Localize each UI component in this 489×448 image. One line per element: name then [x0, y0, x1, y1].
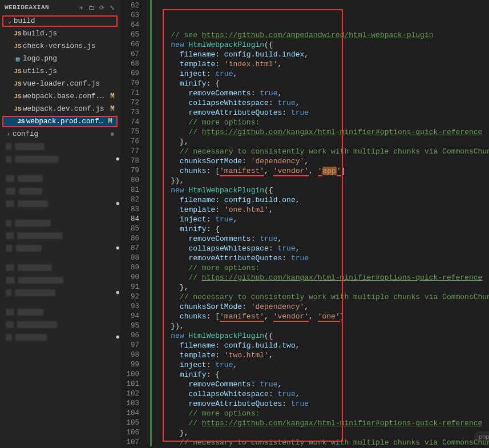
code-line[interactable]: removeAttributeQuotes: true	[153, 253, 489, 263]
code-line[interactable]: // more options:	[153, 409, 489, 418]
line-number[interactable]: 105	[120, 418, 149, 428]
code-line[interactable]: new HtmlWebpackPlugin({	[153, 185, 489, 195]
line-number[interactable]: 92	[120, 292, 149, 302]
line-number[interactable]: 77	[120, 147, 149, 156]
line-number[interactable]: 87	[120, 244, 149, 253]
code-line[interactable]: // more options:	[153, 263, 489, 273]
line-number[interactable]: 104	[120, 409, 149, 418]
code-line[interactable]: template: 'index.html',	[153, 59, 489, 69]
code-line[interactable]: // https://github.com/kangax/html-minifi…	[153, 418, 489, 428]
line-number[interactable]: 95	[120, 321, 149, 331]
code-line[interactable]: removeAttributeQuotes: true	[153, 399, 489, 409]
refresh-icon[interactable]: ⟳	[97, 4, 107, 11]
code-line[interactable]: // more options:	[153, 118, 489, 127]
line-number[interactable]: 70	[120, 79, 149, 88]
code-line[interactable]: removeComments: true,	[153, 380, 489, 389]
line-number[interactable]: 99	[120, 360, 149, 370]
code-line[interactable]: minify: {	[153, 224, 489, 234]
line-number[interactable]: 88	[120, 253, 149, 263]
code-line[interactable]: },	[153, 428, 489, 438]
line-number[interactable]: 65	[120, 30, 149, 40]
code-line[interactable]: removeAttributeQuotes: true	[153, 108, 489, 118]
file-build.js[interactable]: JSbuild.js	[0, 27, 120, 40]
line-number[interactable]: 67	[120, 50, 149, 59]
line-number[interactable]: 62	[120, 1, 149, 11]
file-webpack.prod.conf.js[interactable]: JSwebpack.prod.conf.jsM	[2, 116, 118, 127]
line-number[interactable]: 107	[120, 438, 149, 447]
code-line[interactable]: filename: config.build.two,	[153, 341, 489, 350]
code-line[interactable]: inject: true,	[153, 360, 489, 370]
code-line[interactable]: minify: {	[153, 370, 489, 380]
file-vue-loader.conf.js[interactable]: JSvue-loader.conf.js	[0, 78, 120, 90]
file-webpack.dev.conf.js[interactable]: JSwebpack.dev.conf.jsM	[0, 103, 120, 115]
line-number[interactable]: 79	[120, 166, 149, 176]
code-line[interactable]: collapseWhitespace: true,	[153, 98, 489, 108]
code-area[interactable]: // see https://github.com/ampedandwired/…	[153, 0, 489, 448]
code-line[interactable]: minify: {	[153, 79, 489, 88]
line-number[interactable]: 63	[120, 11, 149, 21]
line-number[interactable]: 86	[120, 234, 149, 244]
file-webpack.base.conf.js[interactable]: JSwebpack.base.conf.jsM	[0, 90, 120, 103]
code-line[interactable]: chunksSortMode: 'dependency',	[153, 302, 489, 312]
line-number[interactable]: 91	[120, 282, 149, 292]
line-number[interactable]: 74	[120, 118, 149, 127]
code-line[interactable]: new HtmlWebpackPlugin({	[153, 331, 489, 341]
line-number[interactable]: 101	[120, 380, 149, 389]
line-number[interactable]: 69	[120, 69, 149, 79]
code-line[interactable]: // see https://github.com/ampedandwired/…	[153, 30, 489, 40]
line-number[interactable]: 103	[120, 399, 149, 409]
code-line[interactable]: inject: true,	[153, 69, 489, 79]
line-number[interactable]: 83	[120, 205, 149, 215]
line-number[interactable]: 80	[120, 176, 149, 185]
code-line[interactable]: chunks: ['manifest', 'vendor', 'app']	[153, 166, 489, 176]
new-file-icon[interactable]: ＋	[76, 3, 87, 12]
line-number[interactable]: 78	[120, 156, 149, 166]
code-line[interactable]: },	[153, 282, 489, 292]
code-line[interactable]: }),	[153, 176, 489, 185]
code-line[interactable]: // https://github.com/kangax/html-minifi…	[153, 273, 489, 282]
line-number[interactable]: 73	[120, 108, 149, 118]
line-number[interactable]: 98	[120, 350, 149, 360]
code-line[interactable]: collapseWhitespace: true,	[153, 244, 489, 253]
code-line[interactable]: // necessary to consistently work with m…	[153, 438, 489, 447]
folder-config[interactable]: ›config●	[0, 128, 120, 140]
line-number[interactable]: 93	[120, 302, 149, 312]
line-number[interactable]: 106	[120, 428, 149, 438]
code-line[interactable]: }),	[153, 321, 489, 331]
code-line[interactable]: // necessary to consistently work with m…	[153, 292, 489, 302]
line-number[interactable]: 68	[120, 59, 149, 69]
line-number[interactable]: 90	[120, 273, 149, 282]
line-number[interactable]: 81	[120, 185, 149, 195]
line-number[interactable]: 64	[120, 21, 149, 30]
line-number[interactable]: 75	[120, 127, 149, 137]
line-number[interactable]: 85	[120, 224, 149, 234]
code-line[interactable]: collapseWhitespace: true,	[153, 389, 489, 399]
line-number[interactable]: 66	[120, 40, 149, 50]
file-logo.png[interactable]: ▦logo.png	[0, 53, 120, 65]
line-number[interactable]: 82	[120, 195, 149, 205]
code-line[interactable]: new HtmlWebpackPlugin({	[153, 40, 489, 50]
code-line[interactable]: template: 'two.html',	[153, 350, 489, 360]
folder-build[interactable]: ⌄build	[2, 15, 118, 27]
code-line[interactable]: // https://github.com/kangax/html-minifi…	[153, 127, 489, 137]
code-line[interactable]: chunksSortMode: 'dependency',	[153, 156, 489, 166]
code-line[interactable]: filename: config.build.index,	[153, 50, 489, 59]
code-line[interactable]: // necessary to consistently work with m…	[153, 147, 489, 156]
code-line[interactable]: removeComments: true,	[153, 88, 489, 98]
line-number[interactable]: 71	[120, 88, 149, 98]
code-line[interactable]: removeComments: true,	[153, 234, 489, 244]
file-utils.js[interactable]: JSutils.js	[0, 65, 120, 78]
line-number[interactable]: 96	[120, 331, 149, 341]
line-number[interactable]: 100	[120, 370, 149, 380]
code-line[interactable]: filename: config.build.one,	[153, 195, 489, 205]
line-number[interactable]: 89	[120, 263, 149, 273]
line-number[interactable]: 76	[120, 137, 149, 147]
code-line[interactable]: template: 'one.html',	[153, 205, 489, 215]
line-number[interactable]: 94	[120, 312, 149, 321]
editor-pane[interactable]: 6263646566676869707172737475767778798081…	[120, 0, 489, 448]
line-number[interactable]: 97	[120, 341, 149, 350]
file-check-versions.js[interactable]: JScheck-versions.js	[0, 40, 120, 53]
collapse-icon[interactable]: ⤡	[107, 4, 118, 11]
line-number[interactable]: 72	[120, 98, 149, 108]
code-line[interactable]: inject: true,	[153, 215, 489, 224]
